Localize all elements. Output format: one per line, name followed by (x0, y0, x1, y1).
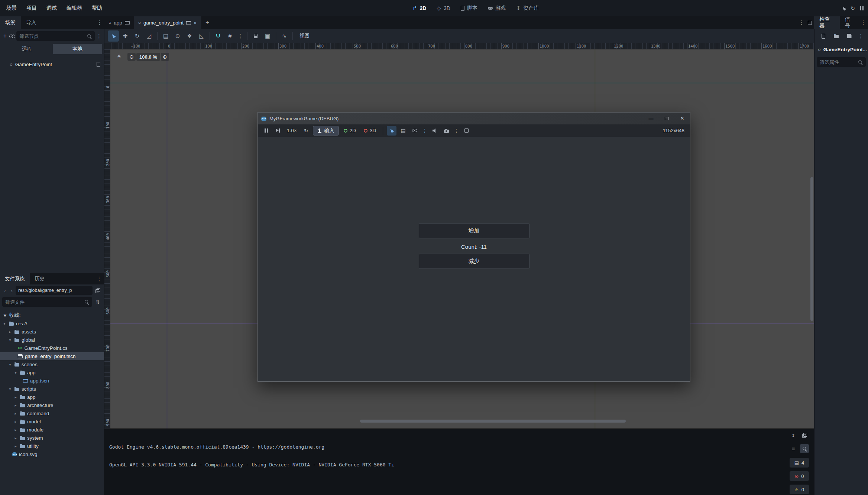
workspace-3d[interactable]: ◇ 3D (433, 3, 454, 14)
tab-history[interactable]: 历史 (30, 273, 49, 284)
copy-output-icon[interactable] (800, 431, 809, 440)
tab-node[interactable]: 信号 (840, 16, 860, 29)
embed-fullscreen-button[interactable] (461, 126, 471, 136)
scene-dock-menu-icon[interactable]: ⋮ (96, 33, 102, 39)
new-scene-tab-button[interactable]: + (201, 16, 213, 29)
scene-tabs-menu-icon[interactable]: ⋮ (798, 19, 805, 26)
tree-row-system[interactable]: ▸system (0, 434, 104, 442)
tab-inspector[interactable]: 检查器 (814, 16, 840, 29)
input-mode-button[interactable]: 输入 (313, 126, 339, 136)
game-window-titlebar[interactable]: MyGFrameworkGame (DEBUG) — × (258, 113, 690, 124)
rotate-tool-button[interactable]: ↻ (132, 30, 143, 42)
skeleton-options-button[interactable]: ∿ (279, 30, 290, 42)
collapse-icon[interactable]: ▾ (8, 387, 12, 391)
tab-import-dock[interactable]: 导入 (21, 16, 42, 29)
tree-row-scenes[interactable]: ▾scenes (0, 360, 104, 368)
scale-tool-button[interactable]: ◿ (143, 30, 155, 42)
camera-override-button[interactable] (441, 126, 451, 136)
menu-project[interactable]: 项目 (22, 3, 42, 14)
pause-game-button[interactable] (261, 126, 271, 136)
move-tool-button[interactable]: ✚ (120, 30, 131, 42)
smart-snap-button[interactable] (213, 30, 224, 42)
remote-button[interactable]: 远程 (2, 44, 52, 54)
tab-filesystem[interactable]: 文件系统 (0, 273, 30, 284)
camera-options-icon[interactable]: ⋮ (453, 126, 460, 136)
pivot-tool-button[interactable]: ⊙ (172, 30, 183, 42)
tree-row-global[interactable]: ▾global (0, 336, 104, 344)
tab-scene-dock[interactable]: 场景 (0, 16, 21, 29)
zoom-out-button[interactable]: ⊖ (127, 53, 136, 61)
close-button[interactable]: × (674, 113, 690, 124)
mode-3d-button[interactable]: 3D (361, 126, 379, 136)
expand-icon[interactable]: ▸ (13, 444, 18, 448)
menu-debug[interactable]: 调试 (42, 3, 62, 14)
lock-node-button[interactable] (250, 30, 261, 42)
mode-2d-button[interactable]: 2D (341, 126, 359, 136)
scene-tree-root-node[interactable]: ○ GameEntryPoint (0, 59, 104, 69)
tree-row-utility[interactable]: ▸utility (0, 442, 104, 450)
selection-list-button[interactable]: ▤ (398, 126, 408, 136)
select-mode-button[interactable] (387, 126, 396, 136)
right-dock-options-icon[interactable]: ⋮ (860, 19, 867, 26)
tree-row-module[interactable]: ▸module (0, 426, 104, 434)
view-menu[interactable]: 视图 (295, 30, 314, 42)
collapse-icon[interactable]: ▾ (8, 362, 12, 367)
tree-row-scenes-app[interactable]: ▾app (0, 368, 104, 377)
list-select-button[interactable]: ▤ (160, 30, 171, 42)
warnings-badge[interactable]: ⚠ 0 (790, 485, 809, 494)
local-button[interactable]: 本地 (53, 44, 103, 54)
tree-row-scripts[interactable]: ▾scripts (0, 385, 104, 393)
save-resource-button[interactable] (845, 31, 854, 41)
tree-row-scripts-app[interactable]: ▸app (0, 393, 104, 401)
sort-files-button[interactable]: ⇅ (94, 298, 102, 306)
selection-options-icon[interactable]: ⋮ (421, 126, 428, 136)
increase-button[interactable]: 增加 (419, 223, 529, 238)
workspace-script[interactable]: 脚本 (457, 3, 481, 14)
collapse-lines-icon[interactable]: ≡ (789, 444, 798, 453)
reset-speed-button[interactable]: ↻ (301, 126, 311, 136)
maximize-button[interactable] (659, 113, 674, 124)
tree-row-game-entry-point-tscn[interactable]: game_entry_point.tscn (0, 352, 104, 360)
canvas-vertical-scrollbar[interactable] (810, 177, 813, 321)
pan-tool-button[interactable]: ❖ (184, 30, 195, 42)
close-tab-icon[interactable]: × (194, 20, 197, 26)
menu-scene[interactable]: 场景 (1, 3, 22, 14)
favorites-row[interactable]: ★ 收藏: (0, 311, 104, 319)
filter-files-input[interactable] (5, 299, 82, 305)
collapse-icon[interactable]: ▾ (8, 338, 12, 342)
scene-tab-app[interactable]: ○ app (104, 16, 134, 29)
nav-forward-icon[interactable]: › (9, 287, 14, 294)
reload-icon[interactable]: ↻ (851, 5, 855, 11)
expand-icon[interactable]: ▸ (13, 420, 18, 424)
tree-row-icon-svg[interactable]: icon.svg (0, 450, 104, 458)
search-output-icon[interactable] (800, 444, 809, 453)
tool-cursor-icon[interactable] (842, 6, 846, 11)
attached-script-icon[interactable] (97, 62, 100, 67)
tree-row-res[interactable]: ▾res:// (0, 319, 104, 328)
select-tool-button[interactable] (108, 30, 119, 42)
tree-row-app-tscn[interactable]: app.tscn (0, 377, 104, 385)
next-frame-button[interactable] (273, 126, 282, 136)
menu-editor[interactable]: 编辑器 (62, 3, 87, 14)
expand-icon[interactable]: ▸ (13, 395, 18, 399)
workspace-game[interactable]: 游戏 (484, 3, 509, 14)
tree-row-assets[interactable]: ▸assets (0, 328, 104, 336)
left-dock-options-icon[interactable]: ⋮ (96, 19, 103, 26)
expand-icon[interactable]: ▸ (13, 428, 18, 432)
load-resource-button[interactable] (832, 31, 841, 41)
tree-row-gameentrypoint-cs[interactable]: C#GameEntryPoint.cs (0, 344, 104, 352)
nav-back-icon[interactable]: ‹ (2, 287, 8, 294)
expand-icon[interactable]: ▸ (13, 436, 18, 440)
mute-audio-button[interactable] (430, 126, 440, 136)
workspace-2d[interactable]: ↱ 2D (409, 3, 430, 14)
game-debug-window[interactable]: MyGFrameworkGame (DEBUG) — × 1.0× ↻ 输入 2… (258, 112, 690, 382)
minimize-button[interactable]: — (643, 113, 659, 124)
tree-row-command[interactable]: ▸command (0, 409, 104, 417)
expand-icon[interactable]: ▸ (13, 403, 18, 407)
group-node-button[interactable]: ▣ (262, 30, 273, 42)
filesystem-options-icon[interactable]: ⋮ (96, 276, 103, 282)
inspected-node-header[interactable]: ○ GameEntryPoint... (814, 44, 868, 55)
visibility-button[interactable] (410, 126, 420, 136)
collapse-icon[interactable]: ▾ (13, 371, 18, 375)
add-node-button[interactable]: + (2, 31, 8, 41)
